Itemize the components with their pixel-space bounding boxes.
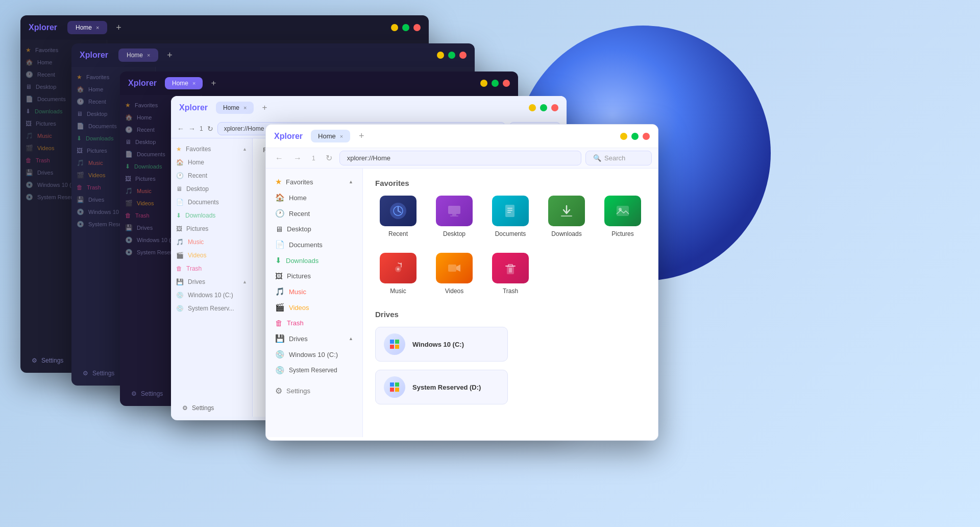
folder-documents[interactable]: Documents: [487, 196, 533, 237]
sidebar-docs-w4[interactable]: 📄Documents: [171, 196, 252, 209]
drive-windows10[interactable]: Windows 10 (C:): [375, 327, 508, 362]
tab-home-w4[interactable]: Home×: [216, 102, 254, 114]
nav-forward-w4[interactable]: →: [188, 125, 195, 133]
sidebar-sysres-w4[interactable]: 💿System Reserv...: [171, 302, 252, 315]
app-title-w1: Xplorer: [29, 23, 57, 32]
minimize-btn-w1[interactable]: [391, 24, 398, 31]
folder-pictures-label: Pictures: [611, 230, 633, 237]
sidebar-music-w5[interactable]: 🎵 Music: [269, 284, 359, 299]
tab-add-w4[interactable]: +: [258, 101, 271, 114]
sidebar-drives-w5[interactable]: 💾 Drives ▲: [269, 331, 359, 346]
folder-trash[interactable]: Trash: [487, 253, 533, 295]
nav-forward-w5[interactable]: →: [290, 152, 305, 164]
sidebar-pic-w4[interactable]: 🖼Pictures: [171, 222, 252, 235]
sidebar-desktop-w4[interactable]: 🖥Desktop: [171, 182, 252, 196]
svg-rect-15: [390, 340, 394, 344]
close-btn-w1[interactable]: [413, 24, 421, 31]
svg-rect-21: [390, 388, 394, 392]
folder-desktop[interactable]: Desktop: [431, 196, 477, 237]
minimize-btn-w5[interactable]: [620, 133, 627, 140]
sidebar-trash-w5[interactable]: 🗑 Trash: [269, 316, 359, 330]
maximize-btn-w1[interactable]: [402, 24, 409, 31]
svg-rect-6: [505, 205, 514, 217]
window-controls-w5: [620, 133, 650, 140]
app-title-w5: Xplorer: [274, 132, 303, 141]
sidebar-recent-w5[interactable]: 🕐 Recent: [269, 206, 359, 221]
sidebar-vid-w4[interactable]: 🎬Videos: [171, 249, 252, 262]
close-btn-w2[interactable]: [459, 52, 467, 59]
sidebar-trash-w4[interactable]: 🗑Trash: [171, 262, 252, 275]
tab-home-w2[interactable]: Home ×: [118, 49, 158, 62]
minimize-btn-w4[interactable]: [529, 104, 536, 111]
close-btn-w3[interactable]: [503, 80, 510, 87]
settings-w4[interactable]: ⚙Settings: [176, 401, 220, 415]
home-icon: 🏠: [275, 193, 285, 202]
folder-desktop-label: Desktop: [443, 230, 465, 237]
svg-point-13: [397, 268, 400, 271]
settings-w3[interactable]: ⚙Settings: [125, 387, 169, 401]
maximize-btn-w3[interactable]: [492, 80, 499, 87]
svg-rect-14: [448, 265, 456, 272]
search-bar-w5[interactable]: 🔍 Search: [585, 151, 652, 165]
drive-sysreserved[interactable]: System Reserved (D:): [375, 370, 508, 404]
window-5[interactable]: Xplorer Home × + ← → 1 ↻ 🔍 Search: [265, 124, 658, 441]
maximize-btn-w4[interactable]: [540, 104, 547, 111]
chevron-drives-icon: ▲: [349, 336, 353, 341]
nav-refresh-w4[interactable]: ↻: [207, 125, 213, 133]
folder-videos[interactable]: Videos: [431, 253, 477, 295]
sidebar-dl-w4[interactable]: ⬇Downloads: [171, 209, 252, 222]
nav-refresh-w5[interactable]: ↻: [323, 152, 335, 164]
nav-back-w5[interactable]: ←: [272, 152, 286, 164]
disk-win10-icon: 💿: [275, 350, 285, 359]
tab-home-w3[interactable]: Home×: [165, 77, 203, 89]
tab-add-w2[interactable]: +: [162, 48, 177, 62]
tab-close-w5[interactable]: ×: [340, 133, 343, 139]
recent-icon: 🕐: [275, 209, 285, 218]
minimize-btn-w3[interactable]: [480, 80, 487, 87]
tab-add-w3[interactable]: +: [207, 77, 220, 90]
sidebar-fav-w4[interactable]: ★Favorites▲: [171, 142, 252, 156]
svg-rect-18: [395, 345, 399, 349]
documents-icon: 📄: [275, 240, 285, 249]
sidebar-desktop-w5[interactable]: 🖥 Desktop: [269, 222, 359, 236]
tab-add-w1[interactable]: +: [111, 20, 126, 35]
app-title-w2: Xplorer: [80, 51, 108, 60]
folder-pictures[interactable]: Pictures: [600, 196, 646, 237]
sidebar-home-w5[interactable]: 🏠 Home: [269, 190, 359, 205]
tab-add-w5[interactable]: +: [354, 129, 369, 143]
sidebar-drives-w4[interactable]: 💾Drives▲: [171, 275, 252, 289]
main-content-w5: Favorites Recent Desktop: [363, 169, 658, 437]
nav-back-w4[interactable]: ←: [177, 125, 184, 133]
maximize-btn-w5[interactable]: [631, 133, 639, 140]
sidebar-downloads-w5[interactable]: ⬇ Downloads: [269, 253, 359, 268]
section-title-favorites: Favorites: [375, 179, 646, 187]
svg-rect-4: [452, 214, 456, 215]
sidebar-home-w4[interactable]: 🏠Home: [171, 156, 252, 169]
tab-close-w1[interactable]: ×: [96, 25, 99, 31]
sidebar-favorites-w5[interactable]: ★ Favorites ▲: [269, 174, 359, 189]
tab-home-w1[interactable]: Home ×: [67, 21, 107, 34]
svg-rect-17: [390, 345, 394, 349]
sidebar-recent-w4[interactable]: 🕐Recent: [171, 169, 252, 182]
drive-sysres-name: System Reserved (D:): [412, 384, 481, 391]
search-icon: 🔍: [593, 154, 601, 162]
sidebar-documents-w5[interactable]: 📄 Documents: [269, 237, 359, 252]
tab-close-w2[interactable]: ×: [147, 52, 150, 58]
settings-btn-w5[interactable]: ⚙ Settings: [269, 383, 359, 399]
folder-downloads[interactable]: Downloads: [544, 196, 590, 237]
sidebar-videos-w5[interactable]: 🎬 Videos: [269, 300, 359, 315]
sidebar-win10-w4[interactable]: 💿Windows 10 (C:): [171, 289, 252, 302]
maximize-btn-w2[interactable]: [448, 52, 455, 59]
sidebar-win10-w5[interactable]: 💿 Windows 10 (C:): [269, 347, 359, 362]
svg-rect-7: [507, 208, 512, 209]
folder-recent[interactable]: Recent: [375, 196, 421, 237]
minimize-btn-w2[interactable]: [437, 52, 444, 59]
close-btn-w4[interactable]: [551, 104, 558, 111]
folder-music[interactable]: Music: [375, 253, 421, 295]
close-btn-w5[interactable]: [643, 133, 650, 140]
sidebar-pictures-w5[interactable]: 🖼 Pictures: [269, 269, 359, 283]
sidebar-sysres-w5[interactable]: 💿 System Reserved: [269, 363, 359, 378]
sidebar-music-w4[interactable]: 🎵Music: [171, 235, 252, 249]
url-bar-w5[interactable]: [339, 151, 581, 165]
tab-home-w5[interactable]: Home ×: [311, 130, 350, 142]
